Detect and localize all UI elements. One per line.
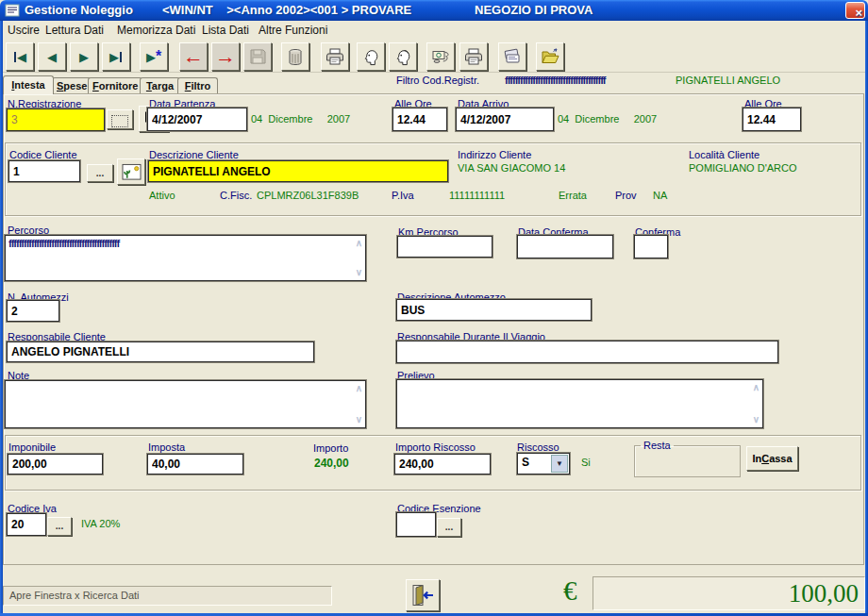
descrizione-cliente-field[interactable]: [148, 160, 448, 182]
print-button[interactable]: [321, 42, 349, 71]
documents-button[interactable]: [498, 42, 526, 71]
imponibile-field[interactable]: [8, 454, 103, 474]
piva-value: 11111111111: [449, 190, 505, 201]
resta-groupbox: Resta: [634, 440, 741, 477]
tab-fornitore[interactable]: Fornitore: [88, 77, 142, 93]
km-percorso-field[interactable]: [397, 236, 492, 258]
red-arrow-left-icon: ←: [183, 46, 204, 67]
app-window: Gestione Noleggio <WIN/NT ><Anno 2002><0…: [0, 0, 868, 616]
riscosso-label: Riscosso: [517, 441, 559, 453]
scroll-down-icon[interactable]: ∨: [356, 268, 362, 277]
new-record-icon: *: [156, 52, 161, 61]
titlebar: Gestione Noleggio <WIN/NT ><Anno 2002><0…: [0, 0, 868, 21]
scroll-up-icon[interactable]: ∧: [753, 383, 760, 392]
prov-value: NA: [653, 190, 667, 201]
iva-lookup-button[interactable]: ...: [47, 517, 72, 536]
menu-lettura-dati[interactable]: Lettura Dati: [45, 24, 104, 37]
riscosso-value: S: [522, 456, 529, 469]
driver-button[interactable]: [389, 42, 417, 71]
iva-desc-value: IVA 20%: [81, 518, 120, 529]
percorso-field[interactable]: ffffffffffffffffffffffffffffffffffffffff…: [5, 235, 366, 281]
scroll-up-icon[interactable]: ∧: [356, 239, 362, 248]
payments-button[interactable]: [426, 42, 455, 71]
printer-icon-2: [464, 47, 483, 66]
back-button[interactable]: ←: [179, 42, 208, 71]
nav-prev-button[interactable]: ◀: [38, 42, 66, 71]
chevron-down-icon[interactable]: ▼: [551, 455, 568, 473]
riscosso-select[interactable]: S ▼: [517, 453, 570, 474]
cards-stack-icon: [503, 47, 522, 66]
piva-label: P.Iva: [392, 190, 414, 201]
errata-flag: Errata: [559, 190, 587, 201]
new-record-button[interactable]: ▶*: [140, 42, 168, 71]
importo-label: Importo: [313, 442, 348, 454]
indirizzo-cliente-value: VIA SAN GIACOMO 14: [458, 162, 565, 174]
euro-symbol: €: [563, 575, 577, 607]
delete-button[interactable]: [281, 42, 309, 71]
scroll-down-icon[interactable]: ∨: [753, 415, 760, 425]
note-field[interactable]: ∧ ∨: [5, 380, 366, 428]
menubar: Uscire Lettura Dati Memorizza Dati Lista…: [0, 21, 868, 41]
menu-uscire[interactable]: Uscire: [8, 24, 40, 37]
responsabile-cliente-field[interactable]: [7, 341, 314, 362]
alle-ore-arrivo-field[interactable]: [743, 108, 801, 131]
nav-last-button[interactable]: ▶: [102, 42, 130, 71]
incassa-button[interactable]: InCassa: [746, 446, 798, 471]
imposta-field[interactable]: [147, 454, 243, 474]
print2-button[interactable]: [459, 42, 488, 71]
cliente-lookup-button[interactable]: ...: [87, 164, 113, 182]
close-button[interactable]: ×: [845, 2, 865, 19]
codice-esenzione-field[interactable]: [396, 512, 436, 537]
nav-next-button[interactable]: ▶: [70, 42, 98, 71]
localita-cliente-value: POMIGLIANO D'ARCO: [689, 162, 797, 174]
importo-riscosso-field[interactable]: [394, 454, 491, 474]
tab-filtro[interactable]: Filtro: [177, 77, 218, 93]
codice-cliente-field[interactable]: [8, 160, 80, 182]
open-button[interactable]: [536, 42, 564, 71]
cliente-photo-button[interactable]: [117, 158, 145, 185]
prev-record-icon: ◀: [47, 51, 57, 63]
dotted-rect-icon: [111, 115, 128, 127]
close-icon: ×: [856, 6, 863, 21]
tab-intesta[interactable]: Intesta: [3, 75, 54, 94]
printer-icon: [326, 47, 344, 66]
data-arrivo-field[interactable]: [456, 108, 554, 131]
filter-codregistr-value: ffffffffffffffffffffffffffffffffffffffff: [505, 75, 606, 86]
data-partenza-field[interactable]: [147, 108, 247, 131]
trash-icon: [287, 48, 304, 66]
conferma-field[interactable]: [634, 235, 668, 258]
menu-altre-funzioni[interactable]: Altre Funzioni: [259, 24, 327, 37]
menu-lista-dati[interactable]: Lista Dati: [202, 24, 249, 37]
descrizione-automezzo-field[interactable]: [396, 299, 592, 321]
esenzione-lookup-button[interactable]: ...: [437, 518, 461, 537]
exit-button[interactable]: [406, 579, 440, 611]
first-record-icon: [14, 52, 16, 62]
tab-targa[interactable]: Targa: [140, 77, 180, 93]
data-conferma-field[interactable]: [517, 235, 613, 258]
scroll-down-icon[interactable]: ∨: [356, 415, 362, 425]
cfisc-value: CPLMRZ06L31F839B: [257, 190, 359, 201]
n-automezzi-field[interactable]: [7, 300, 59, 322]
forward-button[interactable]: →: [211, 42, 240, 71]
picture-icon: [122, 163, 142, 181]
imponibile-label: Imponibile: [8, 441, 56, 453]
nav-first-button[interactable]: ◀: [6, 42, 34, 71]
scroll-up-icon[interactable]: ∧: [356, 384, 362, 393]
localita-cliente-label: Località Cliente: [689, 149, 760, 160]
codice-iva-field[interactable]: [7, 513, 46, 536]
stato-cliente-value: Attivo: [149, 190, 175, 201]
n-registrazione-field[interactable]: [7, 108, 105, 131]
registrazione-lookup-button[interactable]: [107, 109, 133, 129]
open-folder-icon: [541, 47, 559, 66]
customer-button[interactable]: [357, 42, 385, 71]
alle-ore-partenza-field[interactable]: [392, 108, 447, 131]
prelievo-field[interactable]: ∧ ∨: [396, 379, 763, 428]
save-button[interactable]: [243, 42, 272, 71]
resta-label: Resta: [641, 440, 674, 451]
percorso-text: ffffffffffffffffffffffffffffffffffffffff…: [8, 238, 350, 249]
tab-spese[interactable]: Spese: [52, 77, 92, 93]
save-disk-icon: [248, 47, 267, 66]
responsabile-viaggio-field[interactable]: [396, 341, 778, 363]
data-partenza-long: 04 Dicembre 2007: [251, 113, 350, 125]
menu-memorizza-dati[interactable]: Memorizza Dati: [117, 24, 195, 37]
